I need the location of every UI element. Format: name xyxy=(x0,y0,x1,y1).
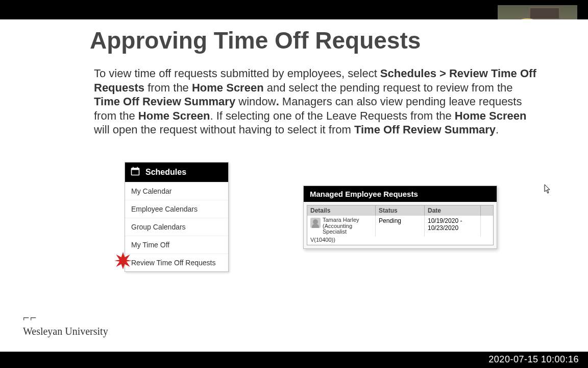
slide-content: Approving Time Off Requests To view time… xyxy=(0,19,588,352)
mer-date: 10/19/2020 - 10/23/2020 xyxy=(425,216,481,237)
calendar-icon xyxy=(130,166,140,178)
mer-col-status: Status xyxy=(376,205,425,216)
svg-rect-2 xyxy=(133,167,134,169)
body-bold: Time Off Review Summary xyxy=(94,95,235,108)
logo-text: Wesleyan University xyxy=(23,326,125,337)
menu-item-review-time-off-requests[interactable]: Review Time Off Requests xyxy=(125,254,228,271)
mer-status: Pending xyxy=(376,216,425,237)
svg-rect-3 xyxy=(137,167,138,169)
mer-header: Managed Employee Requests xyxy=(304,186,497,202)
mer-table: Details Status Date Tamara Harley (Accou… xyxy=(307,205,494,245)
slide-title: Approving Time Off Requests xyxy=(90,27,421,54)
wesleyan-logo: ⌐ ⌐ Wesleyan University xyxy=(23,315,125,337)
slide-body: To view time off requests submitted by e… xyxy=(94,66,538,137)
mer-employee-name: Tamara Harley xyxy=(323,217,372,223)
schedules-menu: Schedules My Calendar Employee Calendars… xyxy=(125,162,229,272)
mer-row-tail: V(10400)) xyxy=(307,237,493,245)
mer-employee-role: (Accounting Specialist xyxy=(323,223,372,235)
schedules-header-label: Schedules xyxy=(145,168,186,177)
body-bold: Home Screen xyxy=(455,109,527,122)
mer-col-details: Details xyxy=(307,205,376,216)
body-text: To view time off requests submitted by e… xyxy=(94,67,380,80)
body-text: from the xyxy=(144,81,192,94)
body-bold: Home Screen xyxy=(192,81,264,94)
mer-table-row[interactable]: Tamara Harley (Accounting Specialist Pen… xyxy=(307,216,493,237)
schedules-header: Schedules xyxy=(125,163,228,182)
avatar-icon xyxy=(310,218,321,228)
menu-item-group-calendars[interactable]: Group Calendars xyxy=(125,218,228,236)
body-text: . If selecting one of the Leave Requests… xyxy=(210,109,454,122)
mer-table-header-row: Details Status Date xyxy=(307,205,493,216)
svg-rect-1 xyxy=(132,168,139,170)
body-bold: Home Screen xyxy=(138,109,210,122)
menu-item-my-time-off[interactable]: My Time Off xyxy=(125,236,228,254)
mouse-cursor-icon xyxy=(544,184,551,194)
mer-col-date: Date xyxy=(425,205,481,216)
body-bold: Time Off Review Summary xyxy=(354,123,496,136)
menu-item-my-calendar[interactable]: My Calendar xyxy=(125,182,228,200)
managed-employee-requests-panel: Managed Employee Requests Details Status… xyxy=(303,186,497,249)
mer-col-blank xyxy=(481,205,493,216)
body-text: will open the request without having to … xyxy=(94,123,354,136)
logo-mark: ⌐ ⌐ xyxy=(23,315,125,320)
menu-item-employee-calendars[interactable]: Employee Calendars xyxy=(125,200,228,218)
body-text: and select the pending request to review… xyxy=(264,81,513,94)
body-text: . xyxy=(496,123,499,136)
body-text: window xyxy=(235,95,276,108)
video-timestamp: 2020-07-15 10:00:16 xyxy=(488,354,579,365)
video-bottom-letterbox: 2020-07-15 10:00:16 xyxy=(0,352,588,368)
